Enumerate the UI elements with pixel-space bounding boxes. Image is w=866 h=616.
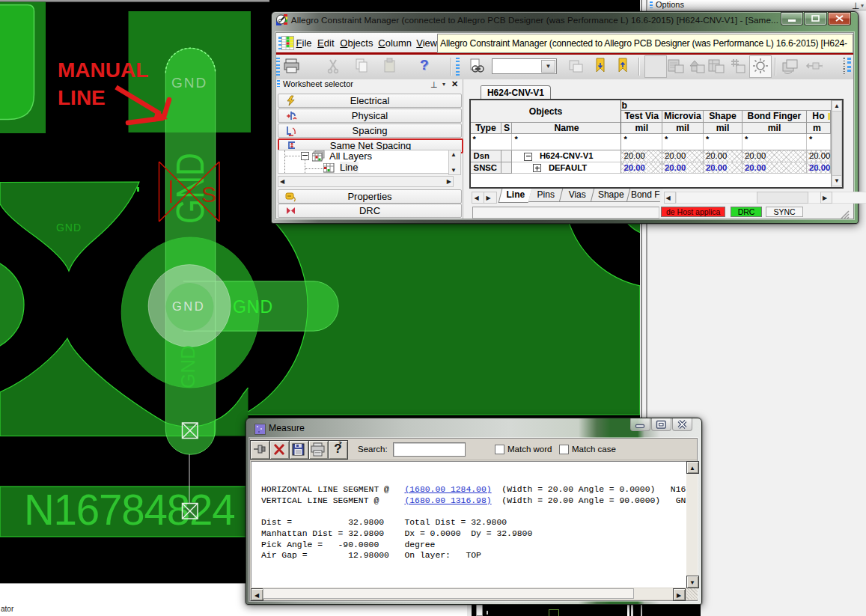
svg-text:GND: GND [177,345,199,388]
svg-text:LINE: LINE [58,86,106,109]
svg-text:S: S [201,182,216,207]
svg-text:MANUAL: MANUAL [58,58,148,82]
svg-text:GND: GND [171,75,207,91]
svg-text:GND: GND [56,222,82,234]
svg-text:GND: GND [233,297,273,317]
svg-text:N16784824: N16784824 [24,487,234,534]
svg-text:GND: GND [172,299,205,313]
